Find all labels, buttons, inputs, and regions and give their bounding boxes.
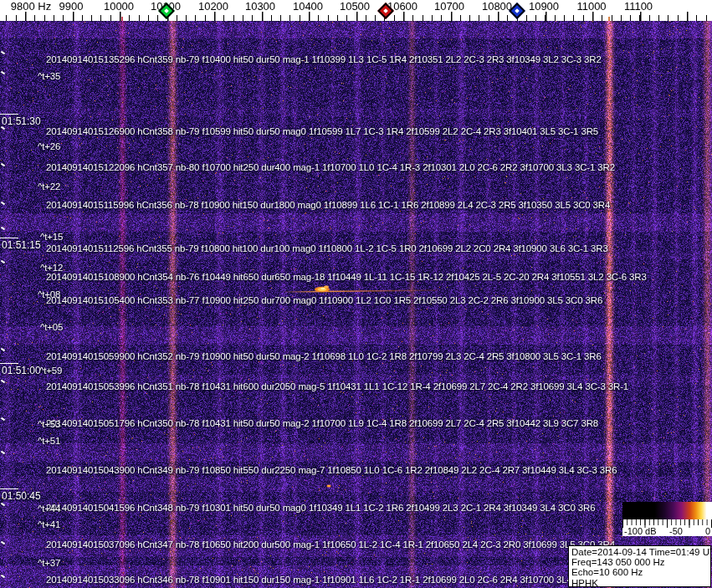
ruler-label-11000: 11000 [576, 0, 606, 13]
ruler-label-10300: 10300 [245, 0, 275, 13]
frequency-readout: Freq=143 050 000 Hz [571, 557, 710, 567]
spectrogram-canvas[interactable] [0, 0, 712, 588]
frequency-ruler[interactable]: 9800 Hz990010000101001020010300104001050… [0, 0, 712, 22]
ruler-label-10000: 10000 [104, 0, 134, 13]
diamond-center-dot [383, 8, 388, 13]
db-min-label: -100 dB [624, 527, 657, 536]
date-time-readout: Date=2014-09-14 Time=01:49 UTC [571, 547, 710, 557]
spectrum-lab-waterfall-window: 9800 Hz990010000101001020010300104001050… [0, 0, 712, 588]
db-color-scale: -100 dB -50 0 [622, 502, 712, 536]
db-max-label: 0 [705, 527, 710, 536]
db-mid-label: -50 [669, 527, 683, 536]
db-scale-ticks: -100 dB -50 0 [622, 519, 712, 536]
ruler-label-10700: 10700 [434, 0, 464, 13]
diamond-center-dot [164, 8, 169, 13]
gradient [622, 502, 712, 519]
ruler-label-10200: 10200 [198, 0, 228, 13]
ruler-label-10500: 10500 [340, 0, 370, 13]
ruler-label-9900: 9900 [59, 0, 84, 13]
ruler-label-10400: 10400 [293, 0, 323, 13]
ruler-label-9800-hz: 9800 Hz [11, 0, 51, 13]
color-gradient-bar[interactable] [622, 502, 712, 519]
station-id: HPHK [571, 578, 710, 588]
ruler-label-11100: 11100 [624, 0, 653, 13]
diamond-center-dot [515, 8, 520, 13]
status-info-box: Date=2014-09-14 Time=01:49 UTC Freq=143 … [568, 545, 711, 587]
echo-frequency-readout: Echo=10 600 Hz [571, 567, 710, 577]
ruler-label-10900: 10900 [529, 0, 559, 13]
ruler-label-10800: 10800 [482, 0, 512, 13]
